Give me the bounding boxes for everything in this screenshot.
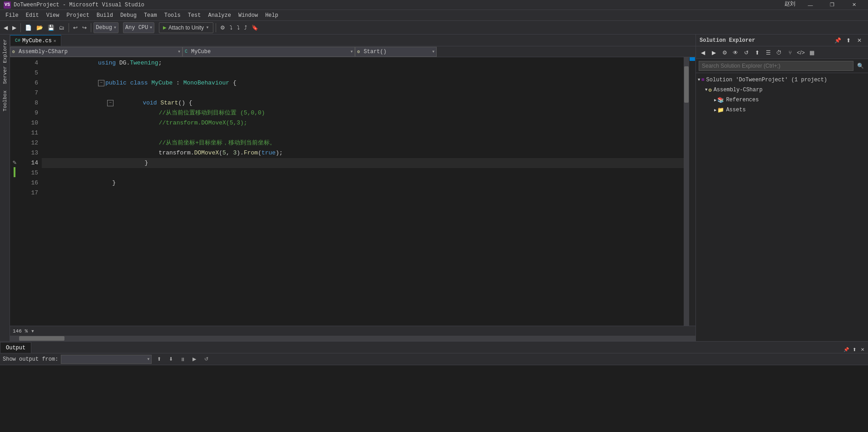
bookmark-button[interactable]: 🔖 [250,22,260,34]
zoom-decrease-button[interactable]: ▼ [30,328,36,334]
menu-help[interactable]: Help [261,10,282,21]
se-float-button[interactable]: ⬆ [843,35,853,45]
maximize-button[interactable]: ❐ [822,0,843,10]
step-out-button[interactable]: ⤴ [242,22,249,34]
margin-6 [10,77,19,87]
tree-item-solution[interactable]: ▼ ■ Solution 'DoTweenProject' (1 project… [696,75,868,85]
se-search-button[interactable]: 🔍 [855,61,865,71]
linenum-4: 4 [19,58,38,68]
se-pin-button[interactable]: 📌 [833,35,843,45]
h-scrollbar-thumb[interactable] [19,336,64,341]
method-dropdown[interactable]: ⚙ Start() ▼ [355,47,437,57]
back-button[interactable]: ◀ [2,22,10,34]
save-button[interactable]: 💾 [46,22,56,34]
menu-tools[interactable]: Tools [161,10,184,21]
toolbox-tab[interactable]: Toolbox [1,88,9,114]
se-search-input[interactable] [699,61,853,71]
margin-17 [10,187,19,197]
solution-explorer: Solution Explorer 📌 ⬆ ✕ ◀ ▶ ⚙ 👁 ↺ ⬆ ☰ ⏱ … [695,35,868,341]
output-source-dropdown[interactable]: ▼ [61,355,152,364]
menu-view[interactable]: View [43,10,63,21]
assembly-dropdown[interactable]: ⚙ Assembly-CSharp ▼ [10,47,182,57]
class-dropdown[interactable]: C MyCube ▼ [182,47,355,57]
close-button[interactable]: ✕ [843,0,864,10]
assembly-label: Assembly-CSharp [19,49,68,55]
se-back-button[interactable]: ◀ [698,48,708,58]
left-sidebar: Server Explorer Toolbox [0,35,10,341]
menu-test[interactable]: Test [184,10,205,21]
se-forward-button[interactable]: ▶ [709,48,719,58]
platform-dropdown[interactable]: Any CPU ▼ [123,22,154,33]
output-pause-button[interactable]: ⏸ [178,355,187,364]
output-tab[interactable]: Output [0,342,31,353]
tree-arrow-assets[interactable]: ▶ [714,108,716,113]
tree-item-references[interactable]: ▶ 📚 References [696,95,868,105]
tree-item-assets[interactable]: ▶ 📁 Assets [696,105,868,115]
minimize-button[interactable]: — [800,0,821,10]
menu-team[interactable]: Team [140,10,161,21]
tab-close-icon[interactable]: ✕ [54,38,56,44]
menu-debug[interactable]: Debug [117,10,140,21]
forward-button[interactable]: ▶ [10,22,18,34]
save-all-button[interactable]: 🗂 [57,22,66,34]
menu-build[interactable]: Build [93,10,117,21]
new-file-button[interactable]: 📄 [23,22,34,34]
code-line-15 [42,168,684,178]
se-close-button[interactable]: ✕ [854,35,864,45]
breakpoints-button[interactable]: ⚙ [218,22,227,34]
code-content[interactable]: using DG. Tweening ; − public class [42,57,684,326]
tree-arrow-assembly[interactable]: ▼ [705,88,707,92]
bp-pin-button[interactable]: 📌 [843,346,850,353]
se-filter-button[interactable]: ☰ [763,48,773,58]
tree-arrow-solution[interactable]: ▼ [698,78,700,82]
se-collapse-button[interactable]: ⬆ [752,48,762,58]
step-into-button[interactable]: ⤵ [235,22,242,34]
se-properties-button[interactable]: ⚙ [720,48,730,58]
linenum-9: 9 [19,108,38,118]
se-layout-button[interactable]: ▦ [807,48,817,58]
se-show-all-button[interactable]: 👁 [730,48,740,58]
scrollbar-thumb[interactable] [684,66,689,103]
code-line-11 [42,128,684,138]
menu-file[interactable]: File [2,10,22,21]
h-scrollbar[interactable] [10,336,695,341]
margin-8 [10,97,19,107]
attach-to-unity-button[interactable]: ▶ Attach to Unity ▼ [159,22,213,33]
redo-button[interactable]: ↪ [80,22,89,34]
output-down-button[interactable]: ⬇ [166,355,175,364]
open-button[interactable]: 📂 [35,22,45,34]
zoom-level: 146 % [13,328,28,334]
se-pending-button[interactable]: ⏱ [774,48,784,58]
debug-mode-dropdown[interactable]: Debug ▼ [94,22,118,33]
margin-16 [10,177,19,187]
bp-float-button[interactable]: ⬆ [851,346,858,353]
attach-arrow-icon: ▼ [206,25,209,30]
output-up-button[interactable]: ⬆ [154,355,163,364]
editor-scrollbar[interactable] [684,57,689,326]
user-name: 赵刘 [784,0,795,10]
collapse-8[interactable]: − [107,100,113,106]
margin-7 [10,87,19,97]
tab-mycube[interactable]: C# MyCube.cs ✕ [10,35,61,46]
server-explorer-tab[interactable]: Server Explorer [1,36,9,87]
se-git-button[interactable]: ⑂ [785,48,795,58]
undo-button[interactable]: ↩ [71,22,79,34]
bp-close-button[interactable]: ✕ [859,346,866,353]
code-line-16: } [42,178,684,188]
linenum-11: 11 [19,128,38,138]
menu-analyze[interactable]: Analyze [205,10,235,21]
se-code-button[interactable]: </> [796,48,806,58]
collapse-6[interactable]: − [98,80,104,86]
menu-edit[interactable]: Edit [22,10,43,21]
tree-arrow-references[interactable]: ▶ [714,98,716,103]
code-editor[interactable]: ✎ 4 5 6 7 8 9 10 11 [10,57,695,326]
output-clear-button[interactable]: ↺ [202,355,211,364]
menu-project[interactable]: Project [63,10,93,21]
toolbar: ◀ ▶ 📄 📂 💾 🗂 ↩ ↪ Debug ▼ Any CPU ▼ ▶ Atta… [0,21,868,35]
window-controls: 赵刘 — ❐ ✕ [784,0,864,10]
output-play-button[interactable]: ▶ [190,355,199,364]
tree-item-assembly[interactable]: ▼ ⚙ Assembly-CSharp [696,85,868,95]
se-refresh-button[interactable]: ↺ [741,48,751,58]
menu-window[interactable]: Window [235,10,261,21]
step-over-button[interactable]: ⤵ [228,22,234,34]
